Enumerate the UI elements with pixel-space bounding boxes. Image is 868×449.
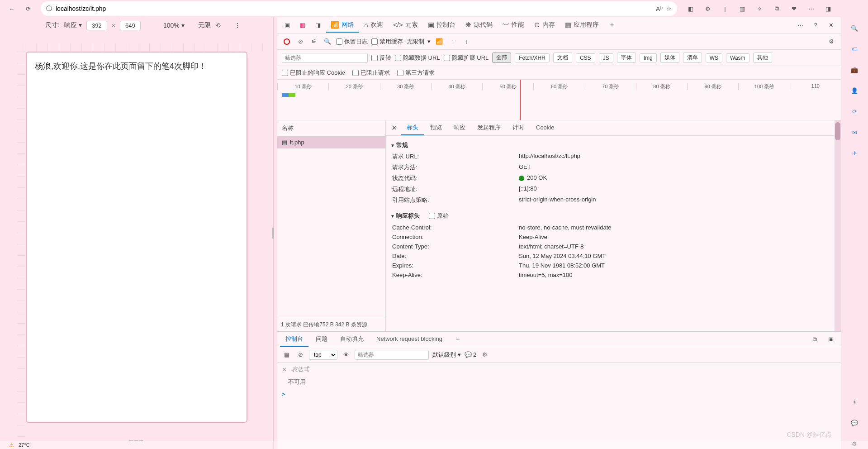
zoom-level[interactable]: 100% ▾ bbox=[163, 22, 185, 29]
network-timeline[interactable]: 10 毫秒 20 毫秒 30 毫秒 40 毫秒 50 毫秒 60 毫秒 70 毫… bbox=[277, 80, 841, 120]
weather-icon[interactable]: ⚠ bbox=[9, 442, 14, 448]
request-row[interactable]: ▤ lt.php bbox=[277, 136, 385, 148]
tab-elements[interactable]: </>元素 bbox=[389, 18, 422, 33]
filter-manifest[interactable]: 清单 bbox=[683, 53, 702, 63]
filter-all[interactable]: 全部 bbox=[492, 53, 511, 63]
responsive-mode[interactable]: 响应 ▾ bbox=[64, 21, 82, 29]
device-mode-icon[interactable]: ▥ bbox=[295, 18, 310, 33]
blocked-cookie-check[interactable]: 已阻止的响应 Cookie bbox=[282, 69, 345, 77]
log-level[interactable]: 默认级别 ▾ bbox=[432, 351, 461, 359]
filter-input[interactable] bbox=[282, 53, 368, 63]
scroll-thumb[interactable] bbox=[835, 122, 840, 140]
context-select[interactable]: top bbox=[309, 350, 337, 360]
sidebar-mail-icon[interactable]: ✉ bbox=[849, 127, 860, 138]
scrollbar[interactable] bbox=[835, 120, 841, 331]
expr-placeholder[interactable]: 表达式 bbox=[291, 365, 309, 373]
filter-fetch[interactable]: Fetch/XHR bbox=[515, 53, 550, 62]
viewport-height[interactable]: 649 bbox=[120, 21, 141, 30]
filter-media[interactable]: 媒体 bbox=[660, 53, 679, 63]
tab-preview[interactable]: 预览 bbox=[425, 121, 447, 135]
sidebar-search-icon[interactable]: 🔍 bbox=[849, 23, 860, 33]
drawer-expand-icon[interactable]: ▣ bbox=[824, 332, 838, 347]
console-sidebar-icon[interactable]: ▤ bbox=[282, 350, 292, 360]
site-info-icon[interactable]: ⓘ bbox=[46, 5, 52, 13]
timeline-marker[interactable] bbox=[520, 80, 521, 120]
raw-toggle[interactable]: 原始 bbox=[429, 212, 449, 220]
sidebar-tag-icon[interactable]: 🏷 bbox=[849, 43, 860, 54]
devtools-more-icon[interactable]: ⋯ bbox=[793, 18, 807, 33]
filter-wasm[interactable]: Wasm bbox=[726, 53, 749, 62]
collections-icon[interactable]: ⧉ bbox=[768, 1, 785, 16]
search-icon[interactable]: 🔍 bbox=[323, 37, 332, 47]
drawer-tab-add[interactable]: ＋ bbox=[450, 332, 466, 347]
section-response-headers[interactable]: 响应标头 bbox=[390, 212, 420, 220]
throttle-select[interactable]: 无限制 ▾ bbox=[407, 38, 431, 46]
filter-toggle-icon[interactable]: ⚟ bbox=[309, 37, 319, 47]
drawer-tab-autofill[interactable]: 自动填充 bbox=[335, 332, 369, 347]
clear-button[interactable]: ⊘ bbox=[295, 37, 305, 47]
tab-headers[interactable]: 标头 bbox=[401, 121, 424, 135]
console-settings-icon[interactable]: ⚙ bbox=[480, 350, 490, 360]
rotate-icon[interactable]: ⟲ bbox=[215, 22, 221, 29]
devtools-help-icon[interactable]: ? bbox=[808, 18, 823, 33]
inspect-element-icon[interactable]: ▣ bbox=[280, 18, 294, 33]
tab-cookie[interactable]: Cookie bbox=[531, 121, 560, 134]
tab-sources[interactable]: ❋源代码 bbox=[461, 18, 497, 33]
tab-initiator[interactable]: 发起程序 bbox=[472, 121, 506, 135]
console-clear-icon[interactable]: ⊘ bbox=[295, 350, 305, 360]
expr-close-icon[interactable]: ✕ bbox=[282, 366, 287, 373]
close-detail-icon[interactable]: ✕ bbox=[388, 122, 400, 134]
filter-other[interactable]: 其他 bbox=[753, 53, 772, 63]
favorite-star-icon[interactable]: ☆ bbox=[666, 5, 672, 12]
tab-memory[interactable]: ⊙内存 bbox=[530, 18, 560, 33]
filter-css[interactable]: CSS bbox=[576, 53, 595, 62]
third-party-check[interactable]: 第三方请求 bbox=[397, 69, 435, 77]
address-input-wrap[interactable]: ⓘ A⁾⁾ ☆ bbox=[41, 1, 677, 16]
download-icon[interactable]: ↓ bbox=[461, 37, 471, 47]
throttle-label[interactable]: 无限 bbox=[198, 21, 211, 29]
drawer-dock-icon[interactable]: ⧉ bbox=[807, 332, 822, 347]
side-panel-icon[interactable]: ◨ bbox=[820, 1, 836, 16]
more-icon[interactable]: ⋯ bbox=[803, 1, 819, 16]
rendered-page[interactable]: 杨浪,欢迎你,这是你在此页面留下的笔4次脚印！ bbox=[26, 52, 247, 423]
read-aloud-icon[interactable]: A⁾⁾ bbox=[656, 5, 663, 12]
section-general[interactable]: 常规 bbox=[386, 139, 841, 151]
upload-icon[interactable]: ↑ bbox=[448, 37, 458, 47]
tab-performance[interactable]: 〰性能 bbox=[498, 18, 529, 33]
disable-cache-check[interactable]: 禁用缓存 bbox=[371, 38, 403, 46]
dock-icon[interactable]: ◨ bbox=[311, 18, 325, 33]
preserve-log-check[interactable]: 保留日志 bbox=[336, 38, 368, 46]
tab-application[interactable]: ▦应用程序 bbox=[560, 18, 603, 33]
tab-response[interactable]: 响应 bbox=[448, 121, 471, 135]
tab-timing[interactable]: 计时 bbox=[507, 121, 530, 135]
devtools-close-icon[interactable]: ✕ bbox=[824, 18, 838, 33]
filter-js[interactable]: JS bbox=[599, 53, 613, 62]
filter-font[interactable]: 字体 bbox=[617, 53, 636, 63]
eye-icon[interactable]: 👁 bbox=[341, 350, 351, 360]
tab-welcome[interactable]: ⌂欢迎 bbox=[360, 18, 388, 33]
viewport-width[interactable]: 392 bbox=[86, 21, 107, 30]
hide-data-url-check[interactable]: 隐藏数据 URL bbox=[395, 54, 440, 62]
ext-icon-1[interactable]: ◧ bbox=[683, 1, 699, 16]
fav-icon[interactable]: ✧ bbox=[751, 1, 768, 16]
network-settings-icon[interactable]: ⚙ bbox=[826, 37, 836, 47]
sidebar-send-icon[interactable]: ✈ bbox=[849, 148, 860, 158]
console-prompt[interactable]: > bbox=[277, 388, 841, 400]
url-input[interactable] bbox=[56, 5, 652, 12]
drawer-tab-console[interactable]: 控制台 bbox=[280, 332, 308, 347]
filter-img[interactable]: Img bbox=[640, 53, 657, 62]
blocked-req-check[interactable]: 已阻止请求 bbox=[352, 69, 390, 77]
wifi-icon[interactable]: 📶 bbox=[434, 37, 444, 47]
sidebar-chat-icon[interactable]: 💬 bbox=[849, 417, 860, 428]
sidebar-sync-icon[interactable]: ⟳ bbox=[849, 106, 860, 117]
tab-add[interactable]: ＋ bbox=[604, 18, 620, 33]
column-header-name[interactable]: 名称 bbox=[277, 120, 385, 136]
sidebar-briefcase-icon[interactable]: 💼 bbox=[849, 64, 860, 75]
hide-ext-url-check[interactable]: 隐藏扩展 URL bbox=[444, 54, 489, 62]
sidebar-plus-icon[interactable]: ＋ bbox=[849, 396, 860, 407]
drawer-tab-blocking[interactable]: Network request blocking bbox=[371, 333, 448, 346]
filter-ws[interactable]: WS bbox=[706, 53, 722, 62]
invert-check[interactable]: 反转 bbox=[371, 54, 391, 62]
filter-doc[interactable]: 文档 bbox=[553, 53, 572, 63]
sidebar-person-icon[interactable]: 👤 bbox=[849, 85, 860, 96]
